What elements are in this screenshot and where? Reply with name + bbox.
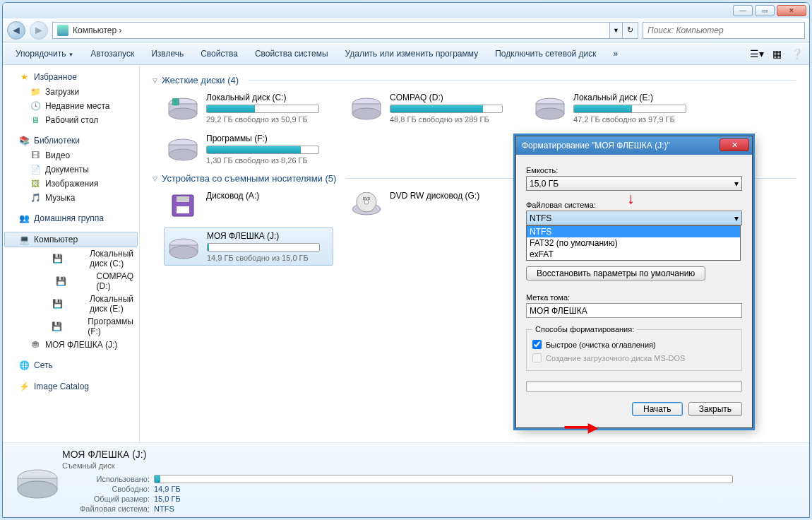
fs-option-fat32[interactable]: FAT32 (по умолчанию) [527,237,740,249]
filesystem-select[interactable]: NTFS▾ [526,211,742,225]
address-bar[interactable]: Компьютер › [52,22,610,39]
drive-a[interactable]: Дисковод (A:) [164,188,333,223]
fs-option-exfat[interactable]: exFAT [527,249,740,260]
filesystem-dropdown: NTFS FAT32 (по умолчанию) exFAT [526,225,741,261]
details-type: Съемный диск [62,461,799,474]
sidebar-drive-d[interactable]: 💾COMPAQ (D:) [4,270,138,292]
uninstall-button[interactable]: Удалить или изменить программу [338,46,486,61]
details-pane: МОЯ ФЛЕШКА (J:) Съемный диск Использован… [3,442,809,517]
svg-point-29 [18,481,57,498]
drive-e[interactable]: Локальный диск (E:)47,2 ГБ свободно из 9… [531,90,700,126]
sidebar-video[interactable]: 🎞Видео [4,148,138,162]
svg-rect-14 [177,196,189,202]
view-mode-button[interactable]: ☰▾ [750,47,764,61]
close-dialog-button[interactable]: Закрыть [688,402,742,416]
system-properties-button[interactable]: Свойства системы [248,46,335,61]
svg-point-6 [352,108,381,119]
usage-bar [154,475,733,483]
dialog-title: Форматирование "МОЯ ФЛЕШКА (J:)" [522,141,670,150]
properties-button[interactable]: Свойства [193,46,245,61]
map-drive-button[interactable]: Подключить сетевой диск [488,46,603,61]
sidebar-images[interactable]: 🖼Изображения [4,177,138,191]
drive-f[interactable]: Программы (F:)1,30 ГБ свободно из 8,26 Г… [164,131,333,167]
sidebar-desktop[interactable]: 🖥Рабочий стол [4,113,138,127]
nav-bar: ◄ ► Компьютер › ▼ ↻ Поиск: Компьютер [3,18,809,42]
minimize-button[interactable]: — [733,5,753,16]
svg-rect-15 [177,206,189,213]
sidebar-drive-c[interactable]: 💾Локальный диск (C:) [4,247,138,270]
preview-pane-button[interactable]: ▦ [770,47,784,61]
sidebar-catalog[interactable]: ⚡Image Catalog [4,379,138,394]
sidebar-documents[interactable]: 📄Документы [4,162,138,177]
organize-menu[interactable]: Упорядочить▼ [8,46,80,61]
sidebar-drive-f[interactable]: 💾Программы (F:) [4,315,138,338]
toolbar: Упорядочить▼ Автозапуск Извлечь Свойства… [3,42,809,65]
restore-defaults-button[interactable]: Восстановить параметры по умолчанию [526,266,705,280]
autoplay-button[interactable]: Автозапуск [83,46,141,61]
capacity-label: Емкость: [526,163,742,176]
drive-j[interactable]: МОЯ ФЛЕШКА (J:)14,9 ГБ свободно из 15,0 … [164,228,333,266]
forward-button[interactable]: ► [30,21,48,40]
dvd-icon: DVD [350,191,383,220]
svg-point-9 [536,108,564,119]
back-button[interactable]: ◄ [7,21,25,40]
volume-label-label: Метка тома: [526,290,742,303]
fs-option-ntfs[interactable]: NTFS [527,226,740,237]
svg-point-2 [169,108,197,119]
hdd-icon [167,93,199,122]
dialog-close-button[interactable]: ✕ [720,138,749,151]
sidebar-favorites[interactable]: ★Избранное [4,69,138,85]
hdd-icon [534,93,566,122]
hdd-icon [350,93,383,122]
sidebar-computer[interactable]: 💻Компьютер [4,232,138,247]
titlebar: — ▭ ✕ [3,3,809,18]
quick-format-checkbox[interactable]: Быстрое (очистка оглавления) [532,338,736,351]
details-title: МОЯ ФЛЕШКА (J:) [62,449,799,461]
sidebar-network[interactable]: 🌐Сеть [4,358,138,373]
sidebar-recent[interactable]: 🕓Недавние места [4,99,138,113]
section-hdd[interactable]: ▽Жесткие диски (4) [150,69,799,90]
close-button[interactable]: ✕ [777,5,806,16]
dialog-titlebar[interactable]: Форматирование "МОЯ ФЛЕШКА (J:)" ✕ [516,136,752,155]
sidebar-downloads[interactable]: 📁Загрузки [4,85,138,99]
eject-button[interactable]: Извлечь [144,46,191,61]
format-dialog: Форматирование "МОЯ ФЛЕШКА (J:)" ✕ Емкос… [515,136,753,428]
svg-point-26 [169,246,198,259]
format-methods-fieldset: Способы форматирования: Быстрое (очистка… [526,325,742,371]
svg-rect-3 [172,98,179,105]
volume-label-input[interactable] [526,303,742,318]
floppy-icon [167,191,199,220]
sidebar: ★Избранное 📁Загрузки 🕓Недавние места 🖥Ра… [3,65,140,442]
more-button[interactable]: » [607,46,626,61]
filesystem-label: Файловая система: [526,198,742,211]
maximize-button[interactable]: ▭ [755,5,775,16]
svg-text:DVD: DVD [363,196,371,201]
sidebar-drive-e[interactable]: 💾Локальный диск (E:) [4,292,138,315]
drive-g[interactable]: DVD DVD RW дисковод (G:) [347,188,517,223]
sidebar-drive-j[interactable]: ⛃МОЯ ФЛЕШКА (J:) [4,338,138,352]
start-button[interactable]: Начать [632,402,683,416]
format-progress [526,381,742,392]
address-dropdown[interactable]: ▼ [610,22,623,39]
svg-point-12 [169,149,197,160]
selected-drive-icon [13,449,62,512]
drive-d[interactable]: COMPAQ (D:)48,8 ГБ свободно из 289 ГБ [347,90,517,126]
hdd-icon [167,134,199,163]
capacity-select[interactable]: 15,0 ГБ▾ [526,176,742,191]
sidebar-music[interactable]: 🎵Музыка [4,191,138,205]
usb-drive-icon [167,231,200,261]
bootdisk-checkbox: Создание загрузочного диска MS-DOS [532,351,736,365]
drive-c[interactable]: Локальный диск (C:)29,2 ГБ свободно из 5… [164,90,333,126]
sidebar-homegroup[interactable]: 👥Домашняя группа [4,211,138,226]
breadcrumb-path: Компьютер › [73,25,121,35]
refresh-button[interactable]: ↻ [623,22,638,39]
help-button[interactable]: ❔ [789,47,804,61]
computer-icon [57,25,68,36]
sidebar-libraries[interactable]: 📚Библиотеки [4,133,138,148]
search-input[interactable]: Поиск: Компьютер [643,22,805,39]
